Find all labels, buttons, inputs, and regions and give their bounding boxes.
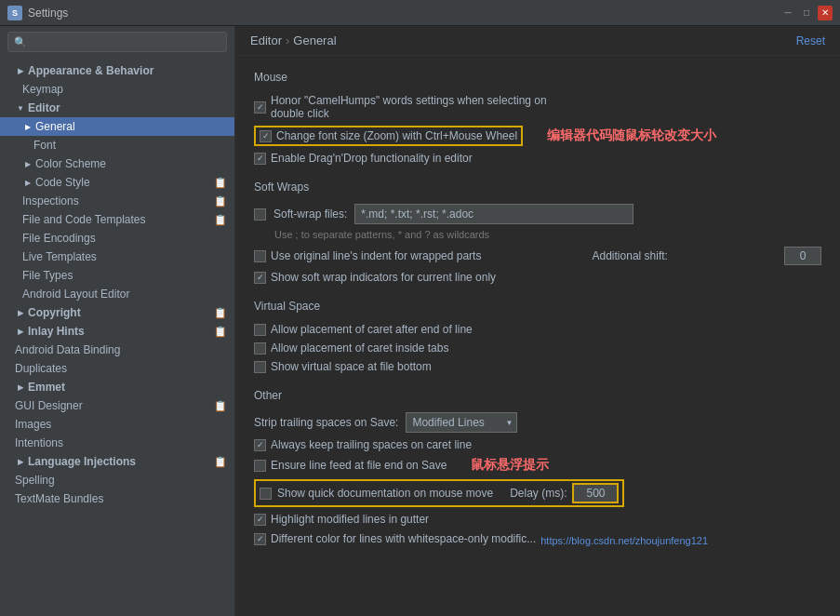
sidebar-item-emmet[interactable]: ▶ Emmet: [0, 378, 234, 396]
sidebar-item-label: File Encodings: [22, 232, 227, 245]
sidebar-item-file-types[interactable]: File Types: [0, 266, 234, 285]
camelhumps-checkbox[interactable]: [254, 101, 266, 114]
sidebar-item-label: Color Scheme: [35, 157, 227, 170]
ensure-line-feed-label[interactable]: Ensure line feed at file end on Save: [254, 459, 447, 472]
search-box[interactable]: 🔍: [7, 32, 227, 52]
title-bar: S Settings ─ □ ✕: [0, 0, 840, 26]
highlight-modified-label[interactable]: Highlight modified lines in gutter: [254, 513, 429, 526]
soft-wraps-section-label: Soft Wraps: [254, 181, 821, 194]
content-header: Editor › General Reset: [235, 26, 840, 56]
additional-shift-input[interactable]: [784, 247, 821, 265]
breadcrumb-root: Editor: [250, 33, 282, 47]
sidebar-item-appearance[interactable]: ▶ Appearance & Behavior: [0, 61, 234, 80]
quick-docs-text: Show quick documentation on mouse move: [277, 487, 493, 500]
sidebar: 🔍 ▶ Appearance & Behavior Keymap ▼ Edito…: [0, 26, 235, 616]
sidebar-item-duplicates[interactable]: Duplicates: [0, 359, 234, 378]
sidebar-item-inspections[interactable]: Inspections 📋: [0, 192, 234, 210]
caret-inside-tabs-checkbox[interactable]: [254, 342, 266, 355]
sidebar-item-label: GUI Designer: [15, 399, 210, 412]
strip-trailing-dropdown-wrap: None All Modified Lines: [406, 412, 517, 433]
keep-trailing-checkbox[interactable]: [254, 439, 266, 451]
diff-color-checkbox[interactable]: [254, 533, 266, 545]
soft-wrap-label: Soft-wrap files:: [273, 208, 347, 221]
original-indent-label[interactable]: Use original line's indent for wrapped p…: [254, 249, 481, 262]
quick-docs-checkbox[interactable]: [260, 488, 272, 500]
window-title: Settings: [28, 7, 780, 20]
show-indicators-checkbox[interactable]: [254, 272, 266, 284]
caret-end-label[interactable]: Allow placement of caret after end of li…: [254, 323, 473, 336]
sidebar-item-language-injections[interactable]: ▶ Language Injections 📋: [0, 452, 234, 471]
sidebar-item-file-code-templates[interactable]: File and Code Templates 📋: [0, 210, 234, 229]
virtual-space-bottom-label[interactable]: Show virtual space at file bottom: [254, 360, 432, 373]
sidebar-item-intentions[interactable]: Intentions: [0, 434, 234, 452]
diff-color-label[interactable]: Different color for lines with whitespac…: [254, 531, 708, 546]
sidebar-item-label: File and Code Templates: [22, 213, 210, 226]
reset-button[interactable]: Reset: [796, 34, 825, 47]
search-input[interactable]: [31, 35, 220, 48]
delay-input[interactable]: [572, 483, 619, 503]
quick-docs-highlight: Show quick documentation on mouse move D…: [254, 479, 624, 507]
caret-end-checkbox[interactable]: [254, 324, 266, 336]
search-icon: 🔍: [14, 36, 27, 48]
show-indicators-label[interactable]: Show soft wrap indicators for current li…: [254, 271, 496, 284]
sidebar-item-keymap[interactable]: Keymap: [0, 80, 234, 99]
sidebar-item-android-data-binding[interactable]: Android Data Binding: [0, 341, 234, 359]
strip-trailing-dropdown[interactable]: None All Modified Lines: [406, 412, 517, 433]
page-icon: 📋: [214, 214, 227, 226]
sidebar-item-android-layout-editor[interactable]: Android Layout Editor: [0, 285, 234, 303]
soft-wrap-hint: Use ; to separate patterns, * and ? as w…: [254, 227, 821, 244]
page-icon: 📋: [214, 400, 227, 412]
sidebar-item-live-templates[interactable]: Live Templates: [0, 248, 234, 266]
virtual-space-bottom-checkbox[interactable]: [254, 361, 266, 373]
sidebar-item-label: Copyright: [28, 306, 210, 319]
sidebar-item-font[interactable]: Font: [0, 136, 234, 154]
sidebar-item-label: Android Data Binding: [15, 343, 227, 356]
font-size-zoom-checkbox[interactable]: [260, 130, 272, 142]
sidebar-item-label: File Types: [22, 269, 227, 282]
additional-shift-label: Additional shift:: [593, 249, 668, 262]
sidebar-item-inlay-hints[interactable]: ▶ Inlay Hints 📋: [0, 322, 234, 341]
drag-drop-label[interactable]: Enable Drag'n'Drop functionality in edit…: [254, 152, 473, 165]
sidebar-item-color-scheme[interactable]: ▶ Color Scheme: [0, 154, 234, 173]
delay-label: Delay (ms):: [510, 487, 567, 500]
strip-trailing-label: Strip trailing spaces on Save:: [254, 416, 398, 429]
page-icon: 📋: [214, 195, 227, 208]
virtual-space-section-label: Virtual Space: [254, 300, 821, 313]
keep-trailing-label[interactable]: Always keep trailing spaces on caret lin…: [254, 438, 472, 451]
close-button[interactable]: ✕: [818, 6, 833, 20]
ensure-line-feed-checkbox[interactable]: [254, 460, 266, 472]
highlight-modified-checkbox[interactable]: [254, 514, 266, 526]
url-text: https://blog.csdn.net/zhoujunfeng121: [540, 535, 708, 546]
drag-drop-checkbox[interactable]: [254, 153, 266, 165]
caret-end-text: Allow placement of caret after end of li…: [271, 323, 473, 336]
sidebar-item-spelling[interactable]: Spelling: [0, 471, 234, 489]
sidebar-item-gui-designer[interactable]: GUI Designer 📋: [0, 396, 234, 415]
original-indent-checkbox[interactable]: [254, 250, 266, 262]
camelhumps-label[interactable]: Honor "CamelHumps" words settings when s…: [254, 94, 547, 120]
caret-inside-tabs-label[interactable]: Allow placement of caret inside tabs: [254, 341, 448, 355]
soft-wrap-input[interactable]: [354, 204, 633, 224]
app-icon: S: [7, 6, 22, 20]
option-drag-drop: Enable Drag'n'Drop functionality in edit…: [254, 149, 821, 167]
other-section-label: Other: [254, 389, 821, 402]
sidebar-item-editor[interactable]: ▼ Editor: [0, 99, 234, 117]
option-camelhumps: Honor "CamelHumps" words settings when s…: [254, 91, 821, 123]
sidebar-item-label: Appearance & Behavior: [28, 64, 227, 77]
mouse-section-label: Mouse: [254, 71, 821, 84]
page-icon: 📋: [214, 177, 227, 189]
minimize-button[interactable]: ─: [780, 6, 795, 20]
content-area: Editor › General Reset Mouse Honor "Came…: [235, 26, 840, 616]
sidebar-item-copyright[interactable]: ▶ Copyright 📋: [0, 303, 234, 322]
sidebar-item-textmate-bundles[interactable]: TextMate Bundles: [0, 489, 234, 508]
option-virtual-space-bottom: Show virtual space at file bottom: [254, 357, 821, 376]
strip-trailing-row: Strip trailing spaces on Save: None All …: [254, 409, 821, 435]
mouse-hover-annotation: 鼠标悬浮提示: [471, 457, 549, 474]
soft-wrap-checkbox[interactable]: [254, 208, 266, 221]
sidebar-item-file-encodings[interactable]: File Encodings: [0, 229, 234, 248]
sidebar-item-code-style[interactable]: ▶ Code Style 📋: [0, 173, 234, 192]
option-highlight-modified: Highlight modified lines in gutter: [254, 510, 821, 529]
sidebar-item-general[interactable]: ▶ General: [0, 117, 234, 136]
sidebar-item-images[interactable]: Images: [0, 415, 234, 434]
maximize-button[interactable]: □: [799, 6, 814, 20]
main-container: 🔍 ▶ Appearance & Behavior Keymap ▼ Edito…: [0, 26, 840, 616]
